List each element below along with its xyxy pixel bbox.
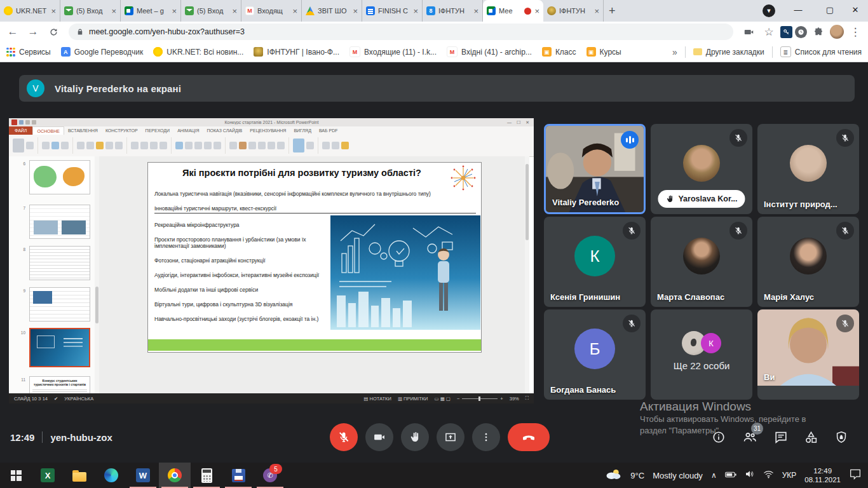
tray-expand-chevron[interactable]: ∧ <box>711 471 717 480</box>
extensions-puzzle-button[interactable] <box>810 23 827 41</box>
slide-thumbnail-current[interactable] <box>29 328 90 367</box>
tab-close-icon[interactable]: × <box>232 7 237 15</box>
participant-tile-yaroslava[interactable]: Yaroslava Kor... <box>651 124 752 214</box>
tab-ifntung-2[interactable]: ІФНТУН × <box>543 0 604 22</box>
host-controls-button[interactable] <box>833 429 850 445</box>
tab-meet-1[interactable]: Meet – g × <box>121 0 181 22</box>
tab-close-icon[interactable]: × <box>111 7 116 15</box>
weather-icon[interactable] <box>604 467 622 484</box>
ribbon-tab-insert[interactable]: ВСТАВЛЕННЯ <box>64 126 102 135</box>
taskbar-word[interactable]: W <box>127 463 159 488</box>
notes-button[interactable]: ▤ НОТАТКИ <box>363 396 391 402</box>
thumbnail-scrollbar[interactable] <box>95 156 99 393</box>
ribbon-tab-pdf[interactable]: ВАБ PDF <box>315 126 342 135</box>
slide-thumbnail[interactable] <box>29 205 90 239</box>
participant-tile-institute[interactable]: Інститут природ... <box>757 124 859 214</box>
taskbar-edge[interactable] <box>95 463 127 488</box>
window-minimize-button[interactable]: — <box>785 0 811 19</box>
wifi-icon[interactable] <box>763 470 774 481</box>
start-button[interactable] <box>0 463 32 488</box>
reading-list-button[interactable]: ≣ Список для чтения <box>780 46 862 57</box>
ribbon-tab-animations[interactable]: АНІМАЦІЯ <box>173 126 203 135</box>
action-center-icon[interactable] <box>849 468 862 482</box>
tab-mail-1[interactable]: (5) Вход × <box>60 0 121 22</box>
mic-toggle-button[interactable] <box>330 423 358 451</box>
more-options-button[interactable] <box>472 423 500 451</box>
ribbon-tab-home[interactable]: ОСНОВНЕ <box>32 126 64 135</box>
raise-hand-button[interactable] <box>401 423 429 451</box>
tab-close-icon[interactable]: × <box>534 7 539 15</box>
weather-desc[interactable]: Mostly cloudy <box>653 471 703 480</box>
participant-tile-you[interactable]: Ви <box>757 309 859 400</box>
tab-close-icon[interactable]: × <box>51 7 56 15</box>
ribbon-tab-review[interactable]: РЕЦЕНЗУВАННЯ <box>246 126 290 135</box>
bookmarks-overflow-chevron[interactable]: » <box>672 47 677 57</box>
extension-generic-icon[interactable] <box>795 26 807 38</box>
back-button[interactable]: ← <box>4 23 22 41</box>
language-label[interactable]: УКРАЇНСЬКА <box>64 396 93 402</box>
reload-button[interactable] <box>44 23 62 41</box>
volume-icon[interactable] <box>745 470 755 481</box>
slide-thumbnail[interactable]: Конкурс студентських туристичних проєкті… <box>29 376 90 393</box>
chrome-menu-button[interactable]: ⋮ <box>846 23 864 41</box>
participant-tile-maria[interactable]: Марія Халус <box>757 217 859 307</box>
powerpoint-window-controls[interactable]: — ☐ ✕ <box>507 120 531 125</box>
bookmark-translate[interactable]: A Google Переводчик <box>61 47 144 57</box>
taskbar-excel[interactable]: X <box>32 463 64 488</box>
profile-avatar[interactable] <box>830 25 844 39</box>
bookmark-ukrnet[interactable]: UKR.NET: Всі новин... <box>153 47 243 57</box>
tab-close-icon[interactable]: × <box>594 7 599 15</box>
zoom-percent[interactable]: 39% <box>510 396 519 402</box>
tab-docs[interactable]: FINISH C × <box>362 0 423 22</box>
ribbon-tab-file[interactable]: ФАЙЛ <box>9 126 32 135</box>
new-tab-button[interactable]: + <box>609 4 616 18</box>
window-maximize-button[interactable]: ▢ <box>817 0 843 19</box>
slide-scrollbar[interactable] <box>525 156 529 393</box>
other-bookmarks-button[interactable]: Другие закладки <box>693 48 764 57</box>
bookmark-classroom[interactable]: ▣ Класс <box>542 47 576 57</box>
tab-close-icon[interactable]: × <box>353 7 358 15</box>
camera-toggle-button[interactable] <box>365 423 393 451</box>
tab-meet-active[interactable]: Мее × <box>483 0 543 22</box>
slide-thumbnail[interactable] <box>29 246 90 280</box>
tab-close-icon[interactable]: × <box>473 7 478 15</box>
chat-button[interactable] <box>773 429 789 445</box>
fit-slide-button[interactable]: ⛶ <box>526 395 529 402</box>
taskbar-viber[interactable]: ✆ 5 <box>254 463 286 488</box>
taskbar-floppy-app[interactable] <box>222 463 254 488</box>
battery-icon[interactable] <box>725 470 736 481</box>
bookmark-gmail-in[interactable]: M Входящие (11) - I.k... <box>349 46 437 57</box>
participant-tile-kseniya[interactable]: К Ксенія Гринишин <box>544 217 646 307</box>
taskbar-file-explorer[interactable] <box>64 463 95 488</box>
participants-button[interactable]: 31 <box>742 429 758 445</box>
forward-button[interactable]: → <box>24 23 42 41</box>
taskbar-chrome[interactable] <box>159 463 191 488</box>
bookmark-services[interactable]: Сервисы <box>6 48 51 57</box>
current-slide[interactable]: Які проєкти потрібні для розвитку туризм… <box>147 162 482 353</box>
participant-tile-bogdana[interactable]: Б Богдана Банась <box>544 309 646 400</box>
window-close-button[interactable]: ✕ <box>843 0 868 19</box>
participant-tile-vitaliy[interactable]: Vitaliy Perederko <box>544 124 646 214</box>
present-button[interactable] <box>437 423 465 451</box>
extension-key-icon[interactable] <box>780 26 792 38</box>
tab-drive[interactable]: ЗВІТ ШО × <box>302 0 362 22</box>
tab-ifntung-1[interactable]: 8 ІФНТУН × <box>423 0 483 22</box>
bookmark-gmail-archip[interactable]: M Вхідні (41) - archip... <box>447 46 532 57</box>
spellcheck-icon[interactable]: ✔ <box>54 396 58 402</box>
language-indicator[interactable]: УКР <box>782 471 797 480</box>
ribbon-tab-view[interactable]: ВИГЛЯД <box>290 126 315 135</box>
bookmark-ifntung[interactable]: ІФНТУНГ | Івано-Ф... <box>254 47 339 57</box>
slide-thumbnail[interactable] <box>29 287 90 322</box>
tab-mail-2[interactable]: (5) Вход × <box>181 0 241 22</box>
participant-tile-overflow[interactable]: К Ще 22 особи <box>651 309 752 400</box>
comments-button[interactable]: ▥ ПРИМІТКИ <box>398 396 428 402</box>
tab-close-icon[interactable]: × <box>292 7 297 15</box>
view-buttons[interactable]: ▭ ▦ ▢ <box>435 396 451 402</box>
tab-gmail[interactable]: M Входящ × <box>241 0 302 22</box>
ribbon-tab-slideshow[interactable]: ПОКАЗ СЛАЙДІВ <box>203 126 247 135</box>
taskbar-calculator[interactable] <box>191 463 222 488</box>
end-call-button[interactable] <box>508 423 550 451</box>
camera-in-use-icon[interactable] <box>740 23 757 41</box>
weather-temp[interactable]: 9°C <box>630 471 644 480</box>
tab-close-icon[interactable]: × <box>413 7 418 15</box>
